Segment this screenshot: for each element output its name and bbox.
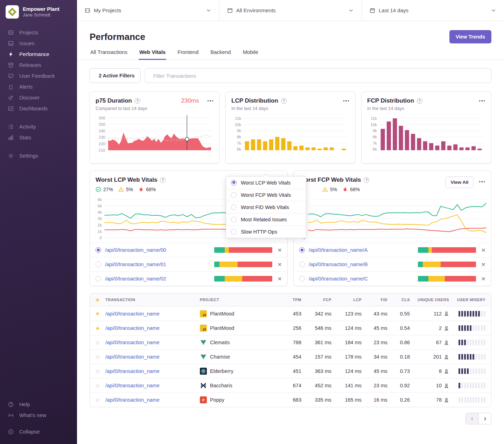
- column-header-tpm[interactable]: TPM: [284, 298, 303, 302]
- sidebar-item-dashboards[interactable]: Dashboards: [0, 103, 77, 114]
- star-toggle[interactable]: ☆: [90, 382, 105, 389]
- overflow-menu-icon[interactable]: [478, 99, 486, 103]
- transaction-link[interactable]: /api/0/transaction_name: [105, 354, 200, 360]
- menu-item-radio[interactable]: [231, 204, 237, 210]
- next-page-button[interactable]: [478, 413, 491, 424]
- star-toggle[interactable]: ☆: [90, 339, 105, 346]
- menu-item-most-related-issues[interactable]: Most Related Issues: [226, 213, 306, 226]
- star-toggle[interactable]: ☆: [90, 368, 105, 375]
- environment-selector[interactable]: All Environments: [219, 0, 362, 21]
- sidebar-item-collapse[interactable]: Collapse: [0, 426, 77, 437]
- menu-item-worst-lcp-web-vitals[interactable]: Worst LCP Web Vitals: [226, 176, 306, 189]
- sidebar-item-help[interactable]: Help: [0, 399, 77, 410]
- sidebar-item-whats-new[interactable]: What's new: [0, 410, 77, 421]
- lcp-distribution-chart[interactable]: 11k10k9k8k7k6k: [231, 114, 350, 155]
- tab-web-vitals[interactable]: Web Vitals: [139, 49, 166, 60]
- transaction-link[interactable]: /api/0/transaction_name/C: [309, 276, 414, 282]
- project-cell[interactable]: Chamise: [200, 353, 284, 360]
- sidebar-item-stats[interactable]: Stats: [0, 132, 77, 143]
- menu-item-radio[interactable]: [231, 217, 237, 222]
- close-icon[interactable]: ×: [481, 247, 485, 254]
- project-cell[interactable]: Baccharis: [200, 382, 284, 389]
- menu-item-slow-http-ops[interactable]: Slow HTTP Ops: [226, 226, 306, 238]
- column-header-lcp[interactable]: LCP: [334, 298, 364, 302]
- tab-all-transactions[interactable]: All Transactions: [90, 49, 128, 60]
- search-input[interactable]: [153, 73, 486, 79]
- worst-fcp-web-vitals-chart[interactable]: 6k5k4k3k2k1k0: [294, 194, 491, 243]
- sidebar-item-activity[interactable]: Activity: [0, 121, 77, 132]
- transaction-radio[interactable]: [96, 276, 101, 282]
- menu-item-radio[interactable]: [231, 180, 237, 186]
- transaction-link[interactable]: /api/0/transaction_name: [105, 311, 200, 317]
- overflow-menu-icon[interactable]: [478, 180, 486, 184]
- help-icon[interactable]: [160, 177, 166, 183]
- transaction-link[interactable]: /api/0/transaction_name/00: [105, 247, 210, 253]
- view-trends-button[interactable]: View Trends: [449, 30, 491, 43]
- column-header-cls[interactable]: CLS: [390, 298, 412, 302]
- close-icon[interactable]: ×: [278, 261, 282, 268]
- menu-item-radio[interactable]: [231, 229, 237, 235]
- transaction-radio[interactable]: [299, 247, 305, 253]
- column-header-user-misery[interactable]: USER MISERY: [453, 298, 491, 302]
- project-cell[interactable]: JSPlantMood: [200, 325, 284, 332]
- close-icon[interactable]: ×: [278, 247, 282, 254]
- transaction-radio[interactable]: [299, 276, 305, 282]
- transaction-link[interactable]: /api/0/transaction_name: [105, 383, 200, 388]
- sidebar-item-projects[interactable]: Projects: [0, 27, 77, 38]
- sidebar-item-user-feedback[interactable]: User Feedback: [0, 70, 77, 81]
- column-header-project[interactable]: PROJECT: [200, 298, 284, 302]
- close-icon[interactable]: ×: [278, 275, 282, 282]
- org-switcher[interactable]: Empower Plant Jane Schmidt: [0, 0, 77, 23]
- tab-frontend[interactable]: Frontend: [177, 49, 199, 60]
- project-cell[interactable]: ePoppy: [200, 396, 284, 403]
- sort-star-header[interactable]: ★: [90, 297, 105, 303]
- previous-page-button[interactable]: [466, 413, 478, 424]
- fcp-distribution-chart[interactable]: 11k10k9k8k7k6k: [367, 114, 485, 155]
- project-cell[interactable]: JSPlantMood: [200, 310, 284, 317]
- sidebar-item-discover[interactable]: Discover: [0, 92, 77, 103]
- sidebar-item-settings[interactable]: Settings: [0, 150, 77, 161]
- star-toggle[interactable]: ☆: [90, 397, 105, 403]
- close-icon[interactable]: ×: [481, 275, 485, 282]
- transaction-radio[interactable]: [299, 262, 305, 267]
- menu-item-worst-fid-web-vitals[interactable]: Worst FID Web Vitals: [226, 201, 306, 213]
- sidebar-item-releases[interactable]: Releases: [0, 60, 77, 70]
- sidebar-item-issues[interactable]: Issues: [0, 38, 77, 49]
- help-icon[interactable]: [135, 98, 140, 104]
- project-selector[interactable]: My Projects: [77, 0, 219, 21]
- overflow-menu-icon[interactable]: [343, 99, 350, 103]
- star-toggle[interactable]: ★: [90, 310, 105, 317]
- daterange-selector[interactable]: Last 14 days: [362, 0, 504, 21]
- project-cell[interactable]: Clematis: [200, 339, 284, 346]
- star-toggle[interactable]: ☆: [90, 354, 105, 360]
- transaction-link[interactable]: /api/0/transaction_name/B: [309, 262, 414, 267]
- transaction-link[interactable]: /api/0/transaction_name: [105, 368, 200, 374]
- transaction-link[interactable]: /api/0/transaction_name: [105, 397, 200, 403]
- column-header-fid[interactable]: FID: [364, 298, 390, 302]
- transaction-radio[interactable]: [96, 247, 101, 253]
- column-header-transaction[interactable]: TRANSACTION: [105, 298, 200, 302]
- transaction-link[interactable]: /api/0/transaction_name: [105, 325, 200, 331]
- transaction-link[interactable]: /api/0/transaction_name/01: [105, 262, 210, 267]
- star-toggle[interactable]: ★: [90, 325, 105, 332]
- transaction-radio[interactable]: [96, 262, 101, 267]
- transaction-link[interactable]: /api/0/transaction_name/02: [105, 276, 210, 282]
- help-icon[interactable]: [281, 98, 287, 104]
- view-all-button[interactable]: View All: [446, 176, 473, 188]
- sidebar-item-alerts[interactable]: Alerts: [0, 81, 77, 92]
- overflow-menu-icon[interactable]: [207, 99, 214, 103]
- column-header-unique-users[interactable]: UNIQUE USERS: [412, 298, 453, 302]
- sidebar-item-performance[interactable]: Performance: [0, 49, 77, 60]
- tab-backend[interactable]: Backend: [210, 49, 231, 60]
- menu-item-radio[interactable]: [231, 192, 237, 198]
- active-filters-button[interactable]: 2 Active Filters: [90, 68, 141, 83]
- transaction-link[interactable]: /api/0/transaction_name: [105, 340, 200, 345]
- close-icon[interactable]: ×: [481, 261, 485, 268]
- project-cell[interactable]: Elderberry: [200, 368, 284, 375]
- column-header-fcp[interactable]: FCP: [303, 298, 334, 302]
- help-icon[interactable]: [364, 177, 369, 183]
- menu-item-worst-fcp-web-vitals[interactable]: Worst FCP Web Vitals: [226, 189, 306, 201]
- help-icon[interactable]: [417, 98, 422, 104]
- p75-duration-chart[interactable]: 260250240230220210: [96, 114, 214, 155]
- tab-mobile[interactable]: Mobile: [242, 49, 259, 60]
